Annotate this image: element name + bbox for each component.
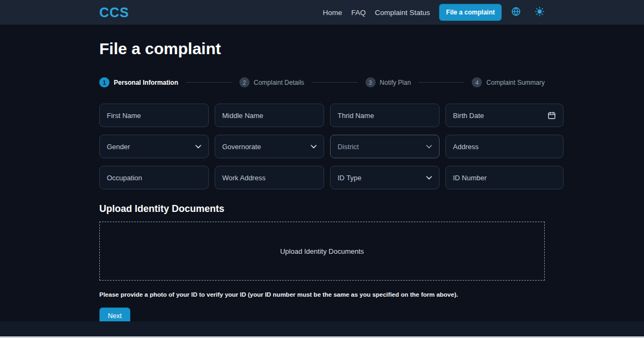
gender-select[interactable]: Gender — [99, 135, 209, 158]
step-number: 2 — [239, 77, 250, 87]
occupation-field[interactable] — [99, 166, 209, 189]
nav-item-complaint-status[interactable]: Complaint Status — [375, 9, 430, 17]
work-address-field[interactable] — [215, 166, 324, 189]
theme-toggle-button[interactable] — [535, 6, 545, 18]
logo[interactable]: CCS — [99, 5, 129, 20]
footer — [0, 321, 644, 338]
id-number-field[interactable] — [445, 166, 564, 189]
chevron-down-icon — [426, 145, 432, 149]
stepper: 1 Personal Information 2 Complaint Detai… — [99, 77, 545, 87]
id-number-input[interactable] — [453, 174, 556, 182]
upload-note: Please provide a photo of your ID to ver… — [99, 291, 545, 298]
nav-item-home[interactable]: Home — [323, 9, 342, 17]
governorate-select[interactable]: Governorate — [215, 135, 324, 158]
page-title: File a complaint — [99, 40, 545, 58]
first-name-input[interactable] — [107, 112, 201, 120]
personal-info-form: Gender Governorate District — [99, 104, 545, 189]
navbar: CCS Home FAQ Complaint Status File a com… — [0, 0, 644, 25]
id-type-select[interactable]: ID Type — [330, 166, 440, 189]
third-name-field[interactable] — [330, 104, 440, 127]
chevron-down-icon — [195, 145, 201, 149]
step-number: 3 — [365, 77, 376, 87]
governorate-select-value: Governorate — [222, 143, 311, 151]
step-connector — [419, 82, 465, 83]
middle-name-field[interactable] — [215, 104, 324, 127]
third-name-input[interactable] — [338, 112, 432, 120]
id-type-select-value: ID Type — [338, 174, 426, 182]
step-connector — [312, 82, 358, 83]
upload-dropzone-label: Upload Identity Documents — [280, 247, 364, 255]
step-label: Complaint Details — [254, 79, 304, 86]
nav-menu: Home FAQ Complaint Status File a complai… — [323, 4, 545, 21]
main-content: File a complaint 1 Personal Information … — [99, 25, 545, 325]
occupation-input[interactable] — [107, 174, 201, 182]
step-notify-plan[interactable]: 3 Notify Plan — [365, 77, 411, 87]
upload-dropzone[interactable]: Upload Identity Documents — [99, 222, 545, 281]
step-complaint-details[interactable]: 2 Complaint Details — [239, 77, 304, 87]
language-globe-button[interactable] — [511, 6, 521, 18]
upload-section-heading: Upload Identity Documents — [99, 203, 545, 215]
chevron-down-icon — [311, 145, 317, 149]
step-label: Personal Information — [114, 79, 178, 86]
navbar-inner: CCS Home FAQ Complaint Status File a com… — [99, 4, 545, 21]
globe-icon — [511, 6, 521, 18]
district-select[interactable]: District — [330, 135, 440, 158]
step-number: 4 — [472, 77, 482, 87]
calendar-icon[interactable] — [547, 111, 556, 120]
step-connector — [186, 82, 232, 83]
first-name-field[interactable] — [99, 104, 209, 127]
step-personal-information[interactable]: 1 Personal Information — [99, 77, 178, 87]
address-field[interactable] — [445, 135, 564, 158]
chevron-down-icon — [426, 176, 432, 180]
birth-date-input[interactable] — [453, 112, 547, 120]
address-input[interactable] — [453, 143, 556, 151]
step-complaint-summary[interactable]: 4 Complaint Summary — [472, 77, 545, 87]
nav-item-faq[interactable]: FAQ — [351, 9, 365, 17]
middle-name-input[interactable] — [222, 112, 317, 120]
file-complaint-button[interactable]: File a complaint — [439, 4, 502, 21]
gender-select-value: Gender — [107, 143, 195, 151]
step-number: 1 — [99, 77, 109, 87]
sun-icon — [535, 6, 545, 18]
district-select-value: District — [338, 143, 426, 151]
step-label: Notify Plan — [380, 79, 411, 86]
step-label: Complaint Summary — [486, 79, 545, 86]
work-address-input[interactable] — [222, 174, 317, 182]
birth-date-field[interactable] — [445, 104, 564, 127]
